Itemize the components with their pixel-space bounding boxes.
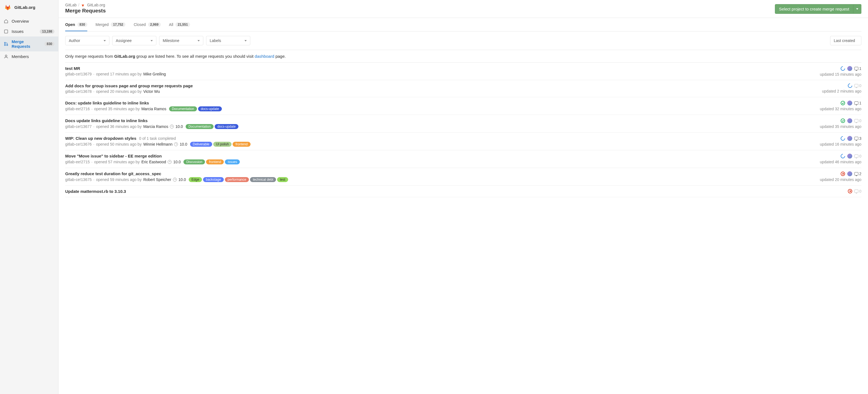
tab-open[interactable]: Open830: [65, 22, 87, 31]
milestone-value[interactable]: 10.0: [176, 124, 183, 129]
mr-author[interactable]: Winnie Hellmann: [144, 142, 173, 146]
tab-all[interactable]: All21,551: [169, 22, 190, 31]
mr-title[interactable]: Docs update links guideline to inline li…: [65, 118, 148, 123]
mr-ref[interactable]: gitlab-ee!2716: [65, 107, 90, 111]
mr-author[interactable]: Robert Speicher: [144, 177, 171, 182]
mr-title[interactable]: Move "Move issue" to sidebar - EE merge …: [65, 154, 162, 158]
mr-title[interactable]: WIP: Clean up new dropdown styles: [65, 136, 136, 141]
mr-ref[interactable]: gitlab-ee!2715: [65, 160, 90, 164]
members-icon: [4, 54, 8, 59]
comments-count[interactable]: 2: [855, 172, 861, 176]
comments-count[interactable]: 0: [855, 154, 861, 158]
assignee-avatar[interactable]: [847, 136, 852, 141]
breadcrumb-separator: /: [78, 3, 79, 7]
comments-icon: [855, 189, 858, 193]
mr-author[interactable]: Marcia Ramos: [142, 107, 166, 111]
sidebar-item-members[interactable]: Members: [0, 51, 58, 62]
milestone-value[interactable]: 10.0: [179, 177, 186, 182]
label-pill[interactable]: docs-update: [215, 124, 239, 129]
mr-ref[interactable]: gitlab-ce!13676: [65, 142, 92, 146]
mr-ref[interactable]: gitlab-ce!13675: [65, 177, 92, 182]
assignee-avatar[interactable]: [847, 100, 852, 105]
chevron-down-icon: [856, 8, 858, 10]
mr-opened: opened 50 minutes ago by: [96, 142, 142, 146]
breadcrumb-root[interactable]: GitLab: [65, 3, 76, 7]
pipeline-status-failed-icon[interactable]: [848, 189, 852, 193]
label-pill[interactable]: Documentation: [169, 107, 197, 111]
comments-count[interactable]: 0: [855, 119, 861, 123]
pipeline-status-failed-icon[interactable]: [841, 172, 845, 176]
mr-ref[interactable]: gitlab-ce!13677: [65, 124, 92, 129]
mr-left: Greatly reduce test duration for git_acc…: [65, 171, 795, 182]
label-pill[interactable]: Documentation: [186, 124, 214, 129]
comments-icon: [855, 67, 858, 70]
comments-icon: [855, 172, 858, 176]
mr-author[interactable]: Mike Greiling: [144, 72, 166, 76]
sidebar-item-merge-requests[interactable]: Merge Requests830: [0, 36, 58, 51]
labels-container: Documentationdocs-update: [169, 107, 222, 111]
mr-ref[interactable]: gitlab-ce!13678: [65, 89, 92, 94]
group-name[interactable]: GitLab.org: [14, 5, 35, 10]
mr-author[interactable]: Marcia Ramos: [144, 124, 168, 129]
mr-meta: gitlab-ce!13678 · opened 20 minutes ago …: [65, 89, 795, 94]
labels-filter[interactable]: Labels: [206, 36, 250, 45]
comments-count[interactable]: 0: [855, 189, 861, 193]
author-filter[interactable]: Author: [65, 36, 110, 45]
sidebar-item-badge: 830: [44, 42, 55, 46]
chevron-down-icon: [245, 40, 247, 41]
comments-count[interactable]: 1: [855, 66, 861, 71]
dashboard-link[interactable]: dashboard: [255, 54, 274, 59]
label-pill[interactable]: test: [277, 177, 288, 182]
create-mr-button[interactable]: Select project to create merge request: [775, 4, 854, 14]
label-pill[interactable]: backstage: [203, 177, 224, 182]
comments-count[interactable]: 0: [855, 84, 861, 88]
assignee-avatar[interactable]: [847, 154, 852, 159]
comments-count[interactable]: 1: [855, 101, 861, 105]
mr-title[interactable]: Docs: update links guideline to inline l…: [65, 100, 149, 105]
comments-count[interactable]: 3: [855, 136, 861, 141]
mr-title[interactable]: Greatly reduce test duration for git_acc…: [65, 171, 161, 176]
mr-title[interactable]: Add docs for group issues page and group…: [65, 84, 193, 88]
merge-request-row: Docs: update links guideline to inline l…: [65, 97, 861, 115]
mr-author[interactable]: Eric Eastwood: [142, 160, 166, 164]
label-pill[interactable]: UI polish: [213, 142, 232, 147]
label-pill[interactable]: frontend: [232, 142, 250, 147]
sort-dropdown[interactable]: Last created: [830, 36, 861, 45]
pipeline-status-running-icon[interactable]: [847, 83, 854, 89]
mr-right: 0: [806, 189, 861, 194]
pipeline-status-running-icon[interactable]: [840, 65, 846, 72]
label-pill[interactable]: issues: [225, 159, 240, 164]
tab-closed[interactable]: Closed2,969: [134, 22, 161, 31]
label-pill[interactable]: Edge: [189, 177, 202, 182]
create-mr-dropdown-toggle[interactable]: [854, 4, 861, 14]
mr-ref[interactable]: gitlab-ce!13679: [65, 72, 92, 76]
label-pill[interactable]: Deliverable: [190, 142, 212, 147]
label-pill[interactable]: performance: [225, 177, 249, 182]
mr-meta: gitlab-ce!13679 · opened 17 minutes ago …: [65, 72, 795, 76]
breadcrumb-group[interactable]: GitLab.org: [87, 3, 105, 7]
mr-opened: opened 35 minutes ago by: [94, 107, 140, 111]
sidebar-item-issues[interactable]: Issues13,198: [0, 26, 58, 36]
label-pill[interactable]: docs-update: [198, 107, 222, 111]
milestone-value[interactable]: 10.0: [173, 160, 181, 164]
tab-count: 21,551: [176, 22, 190, 27]
assignee-avatar[interactable]: [847, 118, 852, 123]
label-pill[interactable]: frontend: [206, 159, 224, 164]
assignee-avatar[interactable]: [847, 66, 852, 71]
milestone-value[interactable]: 10.0: [180, 142, 187, 146]
milestone-filter[interactable]: Milestone: [159, 36, 203, 45]
label-pill[interactable]: Discussion: [183, 159, 205, 164]
pipeline-status-success-icon[interactable]: [841, 101, 845, 105]
mr-author[interactable]: Victor Wu: [144, 89, 160, 94]
sidebar-item-overview[interactable]: Overview: [0, 16, 58, 26]
label-pill[interactable]: technical debt: [250, 177, 276, 182]
pipeline-status-running-icon[interactable]: [840, 135, 846, 142]
assignee-avatar[interactable]: [847, 171, 852, 176]
comments-icon: [855, 101, 858, 105]
mr-title[interactable]: test MR: [65, 66, 80, 71]
pipeline-status-success-icon[interactable]: [841, 119, 845, 123]
assignee-filter[interactable]: Assignee: [112, 36, 156, 45]
mr-title[interactable]: Update mattermost.rb to 3.10.3: [65, 189, 126, 194]
pipeline-status-running-icon[interactable]: [840, 153, 846, 159]
tab-merged[interactable]: Merged17,752: [96, 22, 125, 31]
